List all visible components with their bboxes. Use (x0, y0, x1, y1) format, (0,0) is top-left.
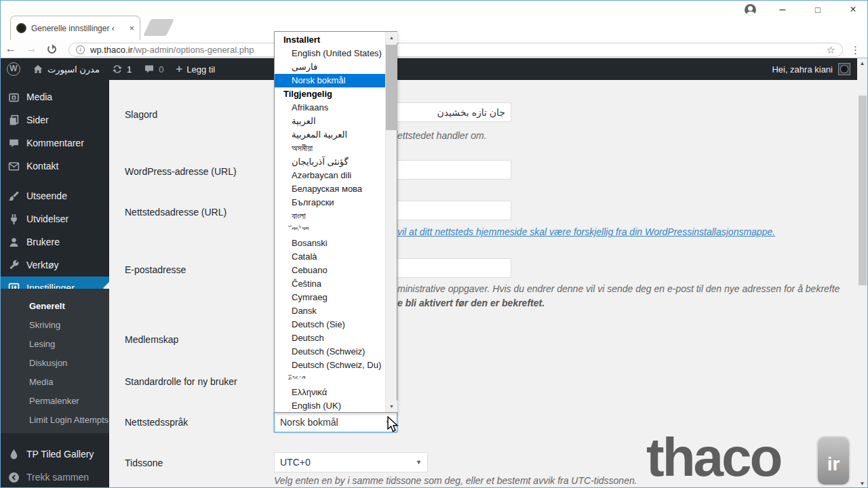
browser-scrollbar[interactable]: ▲ ▼ (857, 58, 867, 488)
timezone-select[interactable]: UTC+0 ▼ (274, 452, 428, 472)
browser-menu-icon[interactable]: ⋮ (850, 44, 861, 56)
sidebar-item-tp-tiled-gallery[interactable]: TP Tiled Gallery (1, 443, 109, 466)
bookmark-star-icon[interactable]: ☆ (827, 44, 835, 56)
add-new-menu[interactable]: + Legg til (170, 58, 221, 80)
settings-submenu: GenereltSkrivingLesingDiskusjonMediaPerm… (1, 289, 109, 433)
language-option[interactable]: English (UK) (275, 399, 386, 413)
language-option[interactable]: Deutsch (275, 331, 386, 345)
updates-menu[interactable]: 1 (106, 58, 138, 80)
submenu-item-permalenker[interactable]: Permalenker (1, 392, 109, 411)
sidebar-item-trekk-sammen[interactable]: Trekk sammen (1, 466, 109, 488)
wp-logo-menu[interactable]: W (1, 58, 26, 80)
wp-url-label: WordPress-adresse (URL) (125, 166, 237, 177)
language-group-label: Installert (275, 33, 386, 47)
language-select[interactable]: Norsk bokmål ▼ (274, 412, 397, 432)
language-option[interactable]: Deutsch (Schweiz, Du) (275, 359, 386, 372)
tagline-label: Slagord (125, 109, 157, 120)
sidebar-item-utvidelser[interactable]: Utvidelser (1, 207, 109, 230)
submenu-item-skriving[interactable]: Skriving (1, 316, 109, 335)
plugins-icon (7, 214, 20, 225)
wp-sidebar: MediaSiderKommentarerKontaktUtseendeUtvi… (1, 80, 109, 488)
language-option[interactable]: বাংলা (275, 209, 386, 223)
language-option[interactable]: فارسی (275, 60, 386, 74)
tab-close-icon[interactable]: × (129, 23, 134, 33)
language-option[interactable]: Български (275, 196, 386, 209)
site-url-help-link[interactable]: vil at ditt nettsteds hjemmeside skal væ… (397, 226, 775, 237)
language-option[interactable]: Cymraeg (275, 291, 386, 304)
language-option[interactable]: Deutsch (Schweiz) (275, 345, 386, 359)
language-option[interactable]: Azərbaycan dili (275, 169, 386, 182)
minimize-button[interactable]: – (774, 3, 791, 16)
submenu-item-diskusjon[interactable]: Diskusjon (1, 354, 109, 373)
browser-tab[interactable]: Generelle innstillinger ‹ × (10, 16, 140, 40)
language-option[interactable]: རྫོང་ཁ (275, 372, 386, 386)
dropdown-scroll-down-icon[interactable]: ▼ (386, 401, 397, 412)
dropdown-scroll-thumb[interactable] (386, 45, 397, 130)
new-tab-button[interactable] (143, 19, 174, 36)
default-role-label: Standardrolle for ny bruker (125, 376, 237, 387)
visit-site-link[interactable]: مدرن اسپورت (26, 58, 106, 80)
sidebar-item-utseende[interactable]: Utseende (1, 184, 109, 207)
avatar (838, 63, 850, 75)
account-menu[interactable]: Hei, zahra kiani (772, 63, 859, 75)
language-option[interactable]: گؤنئی آذربایجان (275, 155, 386, 169)
scrollbar-up-icon[interactable]: ▲ (857, 58, 867, 68)
language-option[interactable]: Беларуская мова (275, 182, 386, 196)
close-button[interactable]: × (844, 3, 862, 16)
sidebar-item-verkt-y[interactable]: Verktøy (1, 253, 109, 277)
tools-icon (7, 260, 20, 271)
timezone-help: Velg enten en by i samme tidssone som de… (274, 475, 637, 486)
language-option[interactable]: অসমীয়া (275, 142, 386, 155)
comments-icon (7, 138, 20, 149)
sidebar-item-media[interactable]: Media (1, 85, 109, 108)
home-icon (33, 64, 43, 75)
sidebar-item-sider[interactable]: Sider (1, 108, 109, 131)
sidebar-item-kontakt[interactable]: Kontakt (1, 155, 109, 178)
comments-menu[interactable]: 0 (138, 58, 170, 80)
sidebar-item-kommentarer[interactable]: Kommentarer (1, 131, 109, 155)
dropdown-scroll-up-icon[interactable]: ▲ (386, 32, 397, 43)
updates-count: 1 (127, 64, 132, 75)
language-option[interactable]: Dansk (275, 304, 386, 318)
language-option[interactable]: العربية المغربية (275, 128, 386, 142)
maximize-button[interactable]: □ (809, 5, 827, 15)
language-select-value: Norsk bokmål (280, 417, 338, 428)
reload-icon[interactable] (47, 45, 56, 54)
language-option[interactable]: Català (275, 250, 386, 264)
dropdown-scrollbar[interactable]: ▲ ▼ (385, 32, 397, 412)
language-dropdown-list: InstallertEnglish (United States)فارسیNo… (274, 31, 397, 413)
submenu-item-generelt[interactable]: Generelt (1, 297, 109, 316)
language-option[interactable]: English (United States) (275, 47, 386, 60)
scrollbar-down-icon[interactable]: ▼ (857, 479, 867, 488)
language-option[interactable]: Bosanski (275, 237, 386, 250)
membership-label: Medlemskap (125, 334, 178, 345)
tab-title: Generelle innstillinger ‹ (31, 24, 124, 33)
browser-titlebar: Generelle innstillinger ‹ × – □ × (1, 1, 867, 40)
submenu-item-media[interactable]: Media (1, 373, 109, 392)
watermark-badge: ir (816, 436, 850, 486)
timezone-select-value: UTC+0 (280, 457, 311, 468)
language-option[interactable]: Afrikaans (275, 101, 386, 115)
language-option[interactable]: Ελληνικά (275, 386, 386, 399)
page-info-icon[interactable]: i (76, 45, 85, 54)
sidebar-item-brukere[interactable]: Brukere (1, 230, 109, 253)
language-option[interactable]: Čeština (275, 277, 386, 291)
back-icon[interactable]: ← (1, 42, 21, 56)
url-bar[interactable]: i wp.thaco.ir/wp-admin/options-general.p… (68, 43, 843, 57)
language-option[interactable]: Deutsch (Sie) (275, 318, 386, 331)
scrollbar-thumb[interactable] (858, 96, 867, 285)
add-new-label: Legg til (186, 64, 215, 75)
profile-icon[interactable] (745, 4, 756, 16)
language-option[interactable]: Norsk bokmål (275, 74, 386, 87)
submenu-item-limit-login-attempts[interactable]: Limit Login Attempts (1, 411, 109, 430)
site-url-label: Nettstedsadresse (URL) (125, 207, 226, 218)
media-icon (7, 92, 20, 103)
email-label: E-postadresse (125, 264, 186, 275)
submenu-item-lesing[interactable]: Lesing (1, 335, 109, 354)
language-option[interactable]: Cebuano (275, 264, 386, 277)
language-option[interactable]: བོད་ཡིག (275, 223, 386, 237)
language-options: InstallertEnglish (United States)فارسیNo… (275, 33, 386, 413)
language-option[interactable]: العربية (275, 115, 386, 128)
forward-icon: → (21, 42, 41, 56)
plus-icon: + (176, 62, 182, 76)
